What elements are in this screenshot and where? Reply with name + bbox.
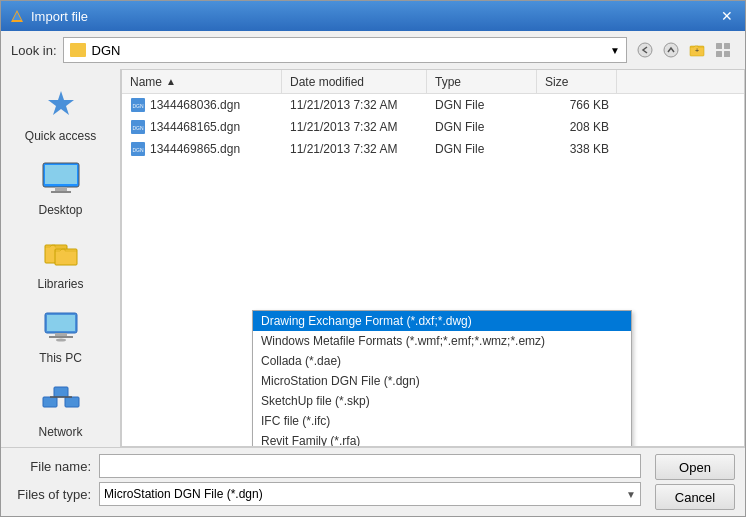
dialog-title: Import file: [31, 9, 88, 24]
svg-rect-16: [55, 249, 77, 265]
sidebar-item-this-pc[interactable]: This PC: [1, 301, 120, 371]
svg-rect-19: [55, 333, 67, 336]
app-icon: [9, 8, 25, 24]
file-list-header: Name ▲ Date modified Type Size: [122, 70, 744, 94]
svg-rect-14: [51, 191, 71, 193]
look-in-combo[interactable]: DGN ▼: [63, 37, 627, 63]
col-header-size[interactable]: Size: [537, 70, 617, 93]
svg-text:DGN: DGN: [132, 125, 144, 131]
select-arrow-icon: ▼: [626, 489, 636, 500]
svg-rect-22: [43, 397, 57, 407]
files-of-type-label: Files of type:: [11, 487, 91, 502]
table-row[interactable]: DGN 1344468036.dgn 11/21/2013 7:32 AM DG…: [122, 94, 744, 116]
look-in-value: DGN: [92, 43, 121, 58]
files-of-type-row: Files of type: MicroStation DGN File (*.…: [11, 482, 641, 506]
svg-rect-6: [716, 43, 722, 49]
sidebar-item-network[interactable]: Network: [1, 375, 120, 445]
bottom-forms: File name: Files of type: MicroStation D…: [11, 454, 641, 510]
svg-rect-12: [45, 165, 77, 184]
toolbar: Look in: DGN ▼: [1, 31, 745, 69]
sidebar-item-desktop[interactable]: Desktop: [1, 153, 120, 223]
sidebar-item-label: Libraries: [37, 277, 83, 291]
dropdown-item[interactable]: IFC file (*.ifc): [253, 411, 631, 431]
sidebar-item-label: Quick access: [25, 129, 96, 143]
look-in-label: Look in:: [11, 43, 57, 58]
dgn-file-icon: DGN: [130, 119, 146, 135]
table-row[interactable]: DGN 1344468165.dgn 11/21/2013 7:32 AM DG…: [122, 116, 744, 138]
sidebar-item-label: This PC: [39, 351, 82, 365]
dialog: Import file ✕ Look in: DGN ▼: [0, 0, 746, 517]
libraries-icon: [43, 235, 79, 271]
files-of-type-select[interactable]: MicroStation DGN File (*.dgn) ▼: [99, 482, 641, 506]
file-name-input[interactable]: [99, 454, 641, 478]
main-area: Quick access Desktop: [1, 69, 745, 447]
view-button[interactable]: [711, 38, 735, 62]
file-name-row: File name:: [11, 454, 641, 478]
files-of-type-value: MicroStation DGN File (*.dgn): [104, 487, 263, 501]
sidebar: Quick access Desktop: [1, 69, 121, 447]
sidebar-item-label: Network: [38, 425, 82, 439]
toolbar-buttons: +: [633, 38, 735, 62]
table-row[interactable]: DGN 1344469865.dgn 11/21/2013 7:32 AM DG…: [122, 138, 744, 160]
quick-access-icon: [43, 87, 79, 123]
svg-rect-20: [49, 336, 73, 338]
dropdown-item[interactable]: MicroStation DGN File (*.dgn): [253, 371, 631, 391]
file-name-label: File name:: [11, 459, 91, 474]
new-folder-button[interactable]: +: [685, 38, 709, 62]
sidebar-item-quick-access[interactable]: Quick access: [1, 79, 120, 149]
network-icon: [41, 383, 81, 419]
sidebar-item-label: Desktop: [38, 203, 82, 217]
col-header-date[interactable]: Date modified: [282, 70, 427, 93]
close-button[interactable]: ✕: [717, 6, 737, 26]
dropdown-item[interactable]: Collada (*.dae): [253, 351, 631, 371]
file-type-dropdown: Drawing Exchange Format (*.dxf;*.dwg) Wi…: [252, 310, 632, 447]
sort-arrow: ▲: [166, 76, 176, 87]
bottom-row: File name: Files of type: MicroStation D…: [11, 454, 735, 510]
svg-rect-18: [47, 315, 75, 331]
svg-rect-24: [54, 387, 68, 397]
action-buttons: Open Cancel: [655, 454, 735, 510]
file-area: Name ▲ Date modified Type Size: [121, 69, 745, 447]
bottom-area: File name: Files of type: MicroStation D…: [1, 447, 745, 516]
svg-point-3: [664, 43, 678, 57]
dropdown-item[interactable]: Windows Metafile Formats (*.wmf;*.emf;*.…: [253, 331, 631, 351]
svg-point-21: [56, 339, 66, 342]
svg-text:DGN: DGN: [132, 147, 144, 153]
dropdown-item[interactable]: SketchUp file (*.skp): [253, 391, 631, 411]
col-header-name[interactable]: Name ▲: [122, 70, 282, 93]
svg-rect-7: [724, 43, 730, 49]
svg-text:DGN: DGN: [132, 103, 144, 109]
title-bar: Import file ✕: [1, 1, 745, 31]
folder-icon: [70, 43, 86, 57]
col-header-type[interactable]: Type: [427, 70, 537, 93]
svg-rect-23: [65, 397, 79, 407]
title-bar-left: Import file: [9, 8, 88, 24]
dgn-file-icon: DGN: [130, 97, 146, 113]
open-button[interactable]: Open: [655, 454, 735, 480]
svg-text:+: +: [695, 47, 699, 54]
svg-marker-10: [48, 91, 74, 115]
this-pc-icon: [41, 309, 81, 345]
back-button[interactable]: [633, 38, 657, 62]
up-button[interactable]: [659, 38, 683, 62]
dropdown-item[interactable]: Drawing Exchange Format (*.dxf;*.dwg): [253, 311, 631, 331]
chevron-down-icon: ▼: [610, 45, 620, 56]
svg-rect-8: [716, 51, 722, 57]
desktop-icon: [41, 161, 81, 197]
dgn-file-icon: DGN: [130, 141, 146, 157]
sidebar-item-libraries[interactable]: Libraries: [1, 227, 120, 297]
dropdown-item[interactable]: Revit Family (*.rfa): [253, 431, 631, 447]
cancel-button[interactable]: Cancel: [655, 484, 735, 510]
svg-rect-9: [724, 51, 730, 57]
svg-rect-13: [55, 187, 67, 191]
svg-point-2: [638, 43, 652, 57]
